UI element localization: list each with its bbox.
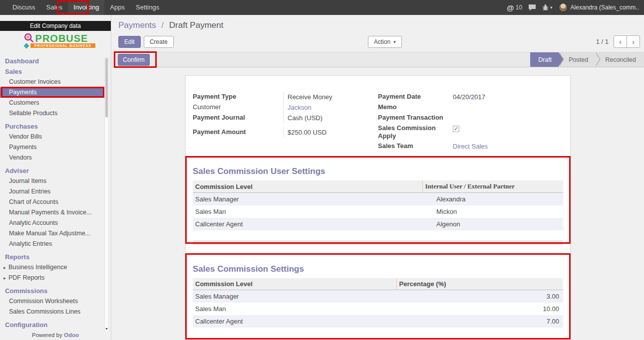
sidebar-header-configuration[interactable]: Configuration (0, 320, 104, 330)
cell-commission-level[interactable]: Callcenter Agent (193, 315, 396, 328)
sidebar-header-sales[interactable]: Sales (0, 66, 104, 77)
breadcrumb-current: Draft Payment (169, 20, 224, 30)
edit-company-button[interactable]: Edit Company data (0, 21, 111, 31)
odoo-link[interactable]: Odoo (64, 332, 79, 338)
edit-button[interactable]: Edit (118, 36, 141, 48)
cell-user[interactable]: Mickon (422, 205, 563, 218)
field-value (449, 113, 563, 123)
sidebar-scrollbar[interactable]: ▼ (104, 57, 109, 332)
sidebar-item-payments-purchases[interactable]: Payments (0, 142, 104, 153)
statusbar: Confirm Draft Posted Reconciled (112, 52, 644, 67)
create-button[interactable]: Create (144, 36, 174, 48)
sidebar-item-dashboard[interactable]: Dashboard (0, 56, 104, 66)
commission-settings-table: Commission Level Percentage (%) Sales Ma… (193, 278, 563, 328)
sidebar-item-commission-worksheets[interactable]: Commission Worksheets (0, 296, 104, 307)
debug-menu[interactable]: ▾ (542, 4, 553, 11)
field-sales-team: Sales Team Direct Sales (378, 141, 563, 152)
table-row[interactable]: Sales Man Mickon (193, 205, 563, 218)
sidebar-item-customer-invoices[interactable]: Customer Invoices (0, 77, 104, 87)
pager-previous-button[interactable]: ‹ (614, 35, 627, 48)
sales-team-link[interactable]: Direct Sales (453, 143, 488, 150)
status-pill-reconciled[interactable]: Reconciled (595, 52, 644, 67)
sidebar-item-business-intelligence[interactable]: ▸Business Intelligence (0, 262, 104, 273)
diamond-icon (23, 43, 29, 48)
sidebar-item-pdf-reports[interactable]: ▸PDF Reports (0, 273, 104, 283)
nav-apps[interactable]: Apps (104, 0, 130, 15)
sidebar-item-customers[interactable]: Customers (0, 98, 104, 108)
nav-sales[interactable]: Sales (41, 0, 68, 15)
action-dropdown[interactable]: Action ▾ (368, 36, 402, 48)
nav-discuss[interactable]: Discuss (7, 0, 41, 15)
sidebar-item-payments[interactable]: Payments (0, 87, 104, 98)
sidebar-item-manual-tax-adjustment[interactable]: Make Manual Tax Adjustme... (0, 228, 104, 239)
cell-commission-level[interactable]: Callcenter Agent (193, 218, 422, 230)
column-percentage[interactable]: Percentage (%) (396, 278, 563, 290)
field-value: Cash (USD) (283, 113, 378, 123)
column-commission-level[interactable]: Commission Level (193, 180, 422, 193)
sidebar-item-journal-entries[interactable]: Journal Entries (0, 186, 104, 197)
table-footer-strip (193, 240, 563, 245)
sidebar-item-manual-payments[interactable]: Manual Payments & Invoice... (0, 207, 104, 218)
sidebar-item-sellable-products[interactable]: Sellable Products (0, 108, 104, 119)
main-menus: Discuss Sales Invoicing Apps Settings (0, 0, 165, 15)
commission-settings-section: Sales Commission Settings Commission Lev… (193, 264, 563, 328)
cell-commission-level[interactable]: Sales Manager (193, 193, 422, 206)
sidebar-header-adviser[interactable]: Adviser (0, 166, 104, 176)
sidebar-item-analytic-accounts[interactable]: Analytic Accounts (0, 218, 104, 228)
user-menu[interactable]: Alexandra (Sales_comm.. (559, 3, 641, 12)
messages-icon[interactable] (528, 4, 536, 11)
customer-link[interactable]: Jackson (288, 104, 312, 111)
expand-icon: ▸ (3, 274, 8, 282)
confirm-button[interactable]: Confirm (118, 54, 150, 66)
sidebar-item-chart-of-accounts[interactable]: Chart of Accounts (0, 197, 104, 207)
company-logo[interactable]: PROBUSE PROFESSIONAL BUSINESS (0, 31, 111, 55)
sidebar-header-commissions[interactable]: Commissions (0, 286, 104, 296)
field-payment-type: Payment Type Receive Money (193, 92, 378, 102)
sidebar-menu: Dashboard Sales Customer Invoices Paymen… (0, 55, 104, 330)
table-row[interactable]: Callcenter Agent 7.00 (193, 315, 563, 328)
field-value (449, 102, 563, 113)
user-name: Alexandra (Sales_comm.. (571, 4, 639, 11)
sidebar-item-journal-items[interactable]: Journal Items (0, 176, 104, 186)
sidebar-item-sales-commissions-lines[interactable]: Sales Commissions Lines (0, 307, 104, 317)
sales-commission-apply-checkbox[interactable]: ✓ (453, 126, 459, 132)
avatar (559, 3, 568, 12)
sidebar-item-analytic-entries[interactable]: Analytic Entries (0, 239, 104, 249)
cell-commission-level[interactable]: Sales Man (193, 303, 396, 315)
cell-percentage[interactable]: 3.00 (396, 290, 563, 303)
payment-form-sheet: Payment Type Receive Money Customer Jack… (185, 75, 571, 340)
field-payment-journal: Payment Journal Cash (USD) (193, 113, 378, 123)
scrollbar-thumb[interactable] (105, 58, 108, 117)
table-row[interactable]: Sales Manager Alexandra (193, 193, 563, 206)
cell-commission-level[interactable]: Sales Man (193, 205, 422, 218)
status-pill-draft[interactable]: Draft (530, 52, 559, 67)
field-payment-amount: Payment Amount $250.00 USD (193, 127, 378, 138)
check-icon: ✓ (454, 126, 458, 132)
nav-invoicing[interactable]: Invoicing (68, 0, 104, 15)
sidebar-header-reports[interactable]: Reports (0, 252, 104, 262)
cell-user[interactable]: Algenon (422, 218, 563, 230)
field-label: Payment Amount (193, 127, 283, 137)
pager: 1 / 1 ‹ › (596, 35, 640, 48)
table-row[interactable]: Sales Man 10.00 (193, 303, 563, 315)
sidebar-header-purchases[interactable]: Purchases (0, 121, 104, 132)
breadcrumb-payments[interactable]: Payments (118, 20, 156, 30)
table-row[interactable]: Callcenter Agent Algenon (193, 218, 563, 230)
pager-next-button[interactable]: › (627, 35, 640, 48)
cell-percentage[interactable]: 10.00 (396, 303, 563, 315)
cell-percentage[interactable]: 7.00 (396, 315, 563, 328)
sidebar-item-vendor-bills[interactable]: Vendor Bills (0, 132, 104, 142)
navbar-systray: @ 10 ▾ Alexandra (Sales_comm.. (507, 0, 644, 15)
field-label: Payment Journal (193, 113, 283, 123)
sidebar: Edit Company data PROBUSE PROFESSIONAL B… (0, 15, 111, 340)
scroll-down-icon[interactable]: ▼ (105, 327, 108, 332)
mention-counter[interactable]: @ 10 (507, 3, 522, 12)
sidebar-item-vendors[interactable]: Vendors (0, 153, 104, 163)
cell-user[interactable]: Alexandra (422, 193, 563, 206)
column-internal-user[interactable]: Internal User / External Partner (422, 180, 563, 193)
nav-settings[interactable]: Settings (130, 0, 165, 15)
table-header-row: Commission Level Percentage (%) (193, 278, 563, 290)
column-commission-level[interactable]: Commission Level (193, 278, 396, 290)
cell-commission-level[interactable]: Sales Manager (193, 290, 396, 303)
table-row[interactable]: Sales Manager 3.00 (193, 290, 563, 303)
